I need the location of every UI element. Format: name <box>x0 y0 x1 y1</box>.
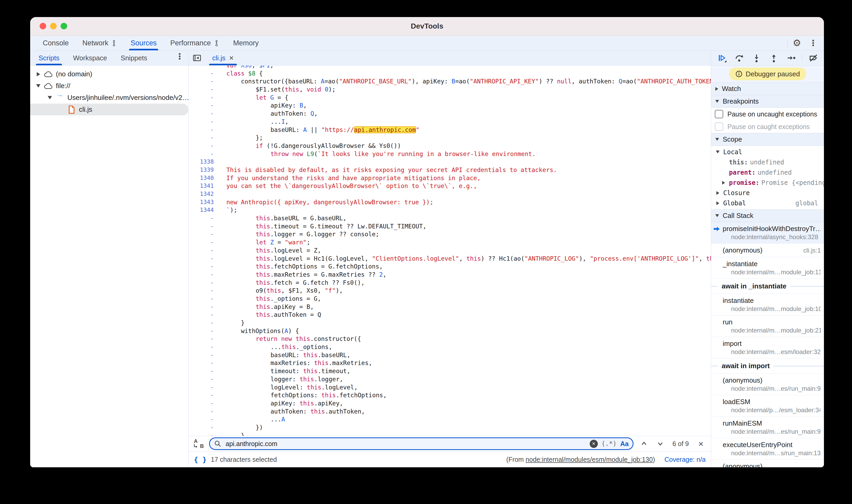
line-number[interactable]: 1343 <box>189 198 219 206</box>
code-line-text[interactable] <box>219 158 711 166</box>
line-number[interactable]: - <box>189 399 219 408</box>
step-out-button[interactable] <box>767 52 780 64</box>
breakpoint-option[interactable]: Pause on caught exceptions <box>711 120 824 133</box>
tree-item-file-[interactable]: file:// <box>30 80 188 92</box>
line-number[interactable]: - <box>189 126 219 134</box>
sidebar-tab-workspace[interactable]: Workspace <box>66 51 114 65</box>
code-line[interactable]: -class $8 { <box>189 70 711 78</box>
line-number[interactable]: 1338 <box>189 158 219 166</box>
code-line-text[interactable]: this.fetch = G.fetch ?? Fs0(), <box>219 279 711 287</box>
code-line-text[interactable]: this.fetchOptions = G.fetchOptions, <box>219 263 711 271</box>
code-line-text[interactable]: }; <box>219 134 711 142</box>
match-case-toggle-icon[interactable]: Aa <box>620 440 628 448</box>
replace-toggle-button[interactable]: A B <box>193 438 205 449</box>
code-line-text[interactable]: this.logger = G.logger ?? console; <box>219 230 711 238</box>
code-line[interactable]: -logLevel: this.logLevel, <box>189 383 711 392</box>
call-stack-frame[interactable]: runnode:internal/m…module_job:214 <box>711 316 824 337</box>
navigator-more-button[interactable]: ⋮ <box>173 51 187 62</box>
line-number[interactable]: - <box>189 263 219 271</box>
code-line[interactable]: -this.fetchOptions = G.fetchOptions, <box>189 263 711 271</box>
line-number[interactable]: - <box>189 391 219 399</box>
code-line-text[interactable]: this.timeout = G.timeout ?? Lw.DEFAULT_T… <box>219 222 711 231</box>
line-number[interactable]: - <box>189 295 219 303</box>
code-line[interactable]: 1343new Anthropic({ apiKey, dangerouslyA… <box>189 198 711 206</box>
line-number[interactable]: - <box>189 134 219 142</box>
chevron-down-icon[interactable] <box>34 84 43 88</box>
chevron-right-icon[interactable] <box>714 201 721 205</box>
tab-memory[interactable]: Memory <box>226 36 266 50</box>
code-line[interactable]: -this.apiKey = B, <box>189 303 711 311</box>
tree-item--no-domain-[interactable]: (no domain) <box>30 68 188 80</box>
code-line-text[interactable]: baseURL: A || "https://api.anthropic.com… <box>219 126 711 134</box>
code-line[interactable]: 1344`); <box>189 206 711 214</box>
code-line[interactable]: -} <box>189 319 711 327</box>
code-line[interactable]: -if (!G.dangerouslyAllowBrowser && Ys0()… <box>189 142 711 150</box>
code-line-text[interactable]: authToken: this.authToken, <box>219 408 711 416</box>
tab-network[interactable]: Network <box>75 36 124 50</box>
breakpoint-option[interactable]: Pause on uncaught exceptions <box>711 108 824 120</box>
line-number[interactable]: - <box>189 432 219 436</box>
line-number[interactable]: 1342 <box>189 190 219 198</box>
code-line[interactable]: 1338 <box>189 158 711 166</box>
code-line-text[interactable]: let G = { <box>219 94 711 102</box>
line-number[interactable]: - <box>189 70 219 78</box>
code-line[interactable]: -logger: this.logger, <box>189 375 711 383</box>
code-line[interactable]: 1342 <box>189 190 711 198</box>
code-line[interactable]: -let Z = "warn"; <box>189 238 711 247</box>
checkbox[interactable] <box>715 110 723 118</box>
regex-toggle-icon[interactable]: (.*) <box>602 440 617 447</box>
code-line[interactable]: var Xs0, $F1; <box>189 66 711 70</box>
toggle-navigator-button[interactable] <box>189 51 206 65</box>
chevron-right-icon[interactable] <box>34 72 43 76</box>
code-line-text[interactable]: var Xs0, $F1; <box>219 66 711 70</box>
line-number[interactable]: - <box>189 343 219 351</box>
line-number[interactable]: - <box>189 238 219 247</box>
call-stack-frame[interactable]: instantiatenode:internal/m…module_job:10… <box>711 294 824 316</box>
scope-property-this[interactable]: this: undefined <box>711 157 824 167</box>
code-line[interactable]: -constructor({baseURL: A=ao("ANTHROPIC_B… <box>189 77 711 86</box>
call-stack-frame[interactable]: _instantiatenode:internal/m…module_job:1… <box>711 257 824 279</box>
code-line-text[interactable]: apiKey: this.apiKey, <box>219 399 711 408</box>
pretty-print-icon[interactable]: { } <box>194 455 207 464</box>
code-line-text[interactable]: } <box>219 432 711 436</box>
code-line-text[interactable]: return new this.constructor({ <box>219 335 711 343</box>
deactivate-breakpoints-button[interactable] <box>807 52 820 64</box>
code-line-text[interactable]: this.maxRetries = G.maxRetries ?? 2, <box>219 271 711 279</box>
code-line-text[interactable]: o9(this, $F1, Xs0, "f"), <box>219 287 711 295</box>
code-line[interactable]: -this.logLevel = Hc1(G.logLevel, "Client… <box>189 255 711 263</box>
line-number[interactable]: - <box>189 255 219 263</box>
line-number[interactable]: - <box>189 279 219 287</box>
code-line-text[interactable]: if (!G.dangerouslyAllowBrowser && Ys0()) <box>219 142 711 150</box>
line-number[interactable]: - <box>189 383 219 392</box>
chevron-right-icon[interactable] <box>714 191 721 195</box>
line-number[interactable]: - <box>189 351 219 359</box>
call-stack-frame[interactable]: (anonymous)node:internal/m…main_module:2 <box>711 460 824 467</box>
line-number[interactable]: - <box>189 247 219 255</box>
code-line[interactable]: -this._options = G, <box>189 295 711 303</box>
code-editor[interactable]: var Xs0, $F1;-class $8 {-constructor({ba… <box>189 66 711 436</box>
code-line-text[interactable]: This is disabled by default, as it risks… <box>219 166 711 174</box>
code-line[interactable]: -}; <box>189 134 711 142</box>
line-number[interactable]: - <box>189 327 219 335</box>
code-line[interactable]: -} <box>189 432 711 436</box>
line-number[interactable]: - <box>189 214 219 222</box>
code-line-text[interactable]: this._options = G, <box>219 295 711 303</box>
code-line[interactable]: -o9(this, $F1, Xs0, "f"), <box>189 287 711 295</box>
code-line-text[interactable]: logger: this.logger, <box>219 375 711 383</box>
step-into-button[interactable] <box>750 52 763 64</box>
code-line[interactable]: -}) <box>189 424 711 432</box>
code-line-text[interactable]: $F1.set(this, void 0); <box>219 86 711 94</box>
line-number[interactable]: - <box>189 415 219 424</box>
line-number[interactable]: - <box>189 375 219 383</box>
call-stack-frame[interactable]: runMainESMnode:internal/m…es/run_main:98 <box>711 417 824 438</box>
code-line-text[interactable]: class $8 { <box>219 70 711 78</box>
code-line[interactable]: 1340If you understand the risks and have… <box>189 174 711 182</box>
code-line[interactable]: -this.maxRetries = G.maxRetries ?? 2, <box>189 271 711 279</box>
line-number[interactable]: - <box>189 359 219 367</box>
tab-sources[interactable]: Sources <box>124 36 163 50</box>
code-line-text[interactable]: throw new L9(`It looks like you're runni… <box>219 150 711 158</box>
line-number[interactable]: - <box>189 424 219 432</box>
code-line[interactable]: -this.timeout = G.timeout ?? Lw.DEFAULT_… <box>189 222 711 231</box>
code-line-text[interactable]: logLevel: this.logLevel, <box>219 383 711 392</box>
line-number[interactable]: - <box>189 303 219 311</box>
